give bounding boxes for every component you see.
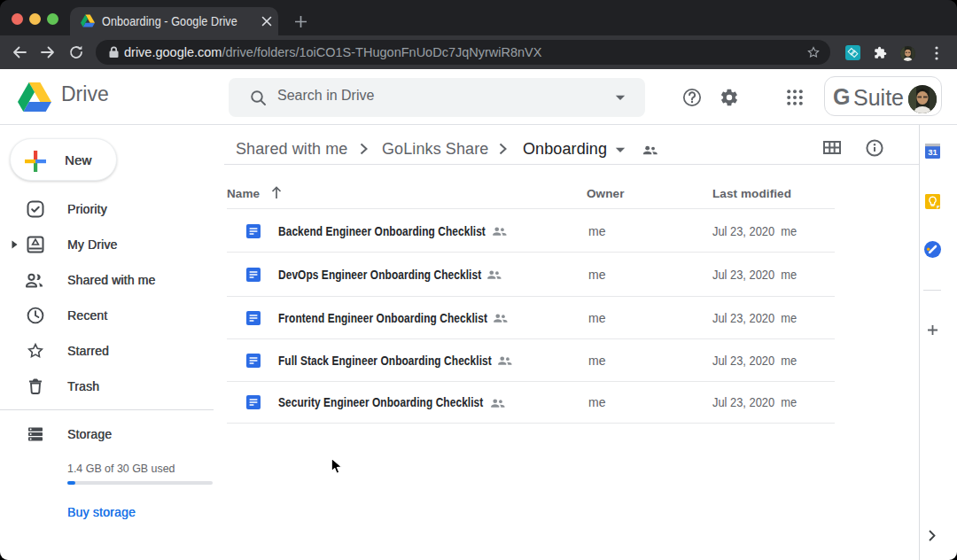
svg-text:31: 31 [928,147,938,157]
